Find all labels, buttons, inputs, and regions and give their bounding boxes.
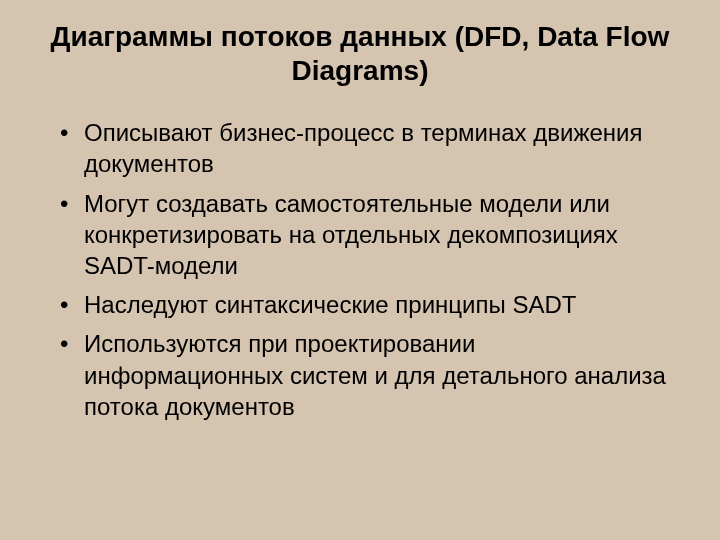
bullet-text: Описывают бизнес-процесс в терминах движ…: [84, 119, 642, 177]
list-item: • Используются при проектировании информ…: [60, 328, 680, 422]
slide-title: Диаграммы потоков данных (DFD, Data Flow…: [40, 20, 680, 87]
list-item: • Могут создавать самостоятельные модели…: [60, 188, 680, 282]
bullet-text: Могут создавать самостоятельные модели и…: [84, 190, 618, 279]
bullet-icon: •: [60, 117, 68, 148]
bullet-icon: •: [60, 289, 68, 320]
bullet-list: • Описывают бизнес-процесс в терминах дв…: [40, 117, 680, 422]
bullet-icon: •: [60, 188, 68, 219]
list-item: • Описывают бизнес-процесс в терминах дв…: [60, 117, 680, 179]
list-item: • Наследуют синтаксические принципы SADT: [60, 289, 680, 320]
bullet-text: Используются при проектировании информац…: [84, 330, 666, 419]
bullet-icon: •: [60, 328, 68, 359]
bullet-text: Наследуют синтаксические принципы SADT: [84, 291, 576, 318]
